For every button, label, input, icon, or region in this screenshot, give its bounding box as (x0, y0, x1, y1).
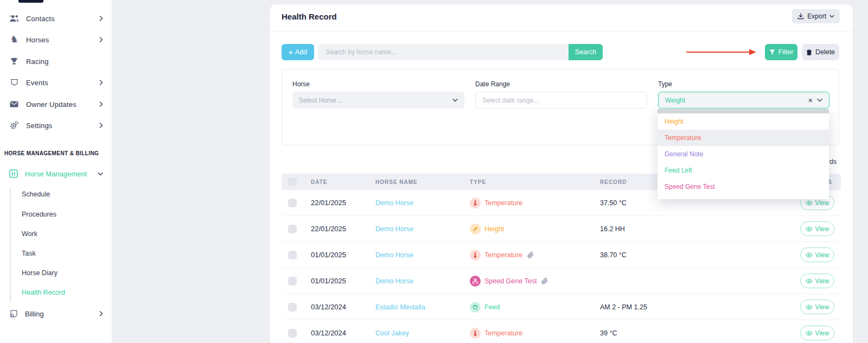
eye-icon (806, 278, 813, 284)
row-type-label: Feed (484, 303, 500, 311)
sidebar-item-label: Owner Updates (26, 100, 76, 109)
row-type: Temperature (470, 320, 522, 343)
type-option-general-note[interactable]: General Note (658, 146, 829, 162)
row-checkbox[interactable] (288, 199, 297, 207)
view-button[interactable]: View (800, 274, 834, 288)
sidebar-item-procedures[interactable]: Procedures (0, 208, 112, 220)
divider (270, 31, 853, 31)
type-select[interactable]: Weight × (658, 92, 829, 109)
sidebar-item-label: Horse Management (25, 170, 87, 178)
chevron-right-icon (99, 123, 103, 128)
select-all-checkbox[interactable] (288, 177, 297, 186)
date-range-input[interactable] (475, 92, 647, 109)
sidebar-item-horses[interactable]: ♞ Horses (0, 33, 112, 46)
sidebar-item-billing[interactable]: Billing (0, 307, 112, 320)
row-date: 22/01/2025 (311, 190, 346, 215)
horse-name-link[interactable]: Estadio Mestalla (375, 294, 425, 320)
row-record: 38.70 °C (600, 242, 627, 268)
chevron-right-icon (99, 16, 103, 21)
row-checkbox[interactable] (288, 251, 297, 259)
view-button[interactable]: View (800, 326, 834, 340)
row-date: 22/01/2025 (311, 216, 346, 242)
sidebar-item-health-record[interactable]: Health Record (0, 287, 112, 298)
chevron-down-icon (829, 15, 834, 18)
view-label: View (815, 225, 829, 233)
horse-icon: ♞ (8, 36, 21, 43)
clear-icon[interactable]: × (808, 96, 813, 105)
column-header-record: RECORD (600, 174, 627, 190)
horse-select[interactable]: Select Horse ... (292, 92, 464, 109)
sidebar-item-label: Billing (25, 310, 44, 318)
row-checkbox[interactable] (288, 225, 297, 233)
sidebar-item-work[interactable]: Work (0, 228, 112, 240)
horse-name-link[interactable]: Cool Jakey (375, 320, 409, 343)
feed-bucket-icon (470, 302, 481, 313)
eye-icon (806, 304, 813, 310)
horse-name-link[interactable]: Demo Horse (375, 216, 413, 242)
eye-icon (806, 200, 813, 206)
sidebar-item-schedule[interactable]: Schedule (0, 188, 112, 200)
horse-name-link[interactable]: Demo Horse (375, 190, 413, 215)
sidebar-section-header: HORSE MANAGEMENT & BILLING (4, 150, 99, 156)
view-button[interactable]: View (800, 247, 834, 262)
chevron-down-icon (98, 172, 103, 176)
row-type-label: Temperature (484, 251, 522, 259)
view-label: View (815, 251, 829, 259)
billing-icon (7, 310, 20, 318)
sidebar-item-racing[interactable]: Racing (0, 55, 112, 68)
funnel-icon (769, 49, 775, 55)
row-checkbox[interactable] (288, 329, 297, 338)
gear-icon (8, 121, 21, 130)
sidebar-item-events[interactable]: Events (0, 76, 112, 89)
row-checkbox[interactable] (288, 277, 297, 285)
sidebar-item-owner-updates[interactable]: Owner Updates (0, 98, 112, 111)
view-label: View (815, 303, 829, 311)
stable-icon (7, 169, 20, 178)
view-label: View (815, 199, 829, 207)
table-row: 01/01/2025 Demo Horse Temperature 38.70 … (282, 242, 841, 268)
main-panel: Health Record Export + Add Search Filter… (270, 4, 853, 343)
row-type-label: Height (484, 225, 504, 233)
sidebar-item-label: Racing (26, 58, 49, 66)
trash-icon (806, 49, 812, 56)
type-option-feed-left[interactable]: Feed Left (658, 162, 829, 179)
add-button[interactable]: + Add (282, 44, 314, 60)
dna-icon (470, 276, 481, 287)
page-title: Health Record (282, 12, 337, 21)
column-header-type: TYPE (470, 174, 486, 190)
row-type: Height (470, 216, 504, 242)
annotation-arrow (686, 48, 757, 58)
app-logo (18, 0, 43, 3)
view-button[interactable]: View (800, 300, 834, 314)
sidebar-item-horse-diary[interactable]: Horse Diary (0, 267, 112, 279)
chevron-right-icon (99, 37, 103, 42)
search-input[interactable] (318, 44, 569, 60)
horse-filter-label: Horse (292, 80, 310, 88)
row-checkbox[interactable] (288, 303, 297, 312)
row-date: 03/12/2024 (311, 320, 346, 343)
type-option-speed-gene-test[interactable]: Speed Gene Test (658, 179, 829, 195)
sidebar-item-settings[interactable]: Settings (0, 119, 112, 132)
filter-button[interactable]: Filter (765, 44, 797, 60)
row-type-label: Speed Gene Test (484, 277, 537, 285)
type-selected-value: Weight (665, 97, 685, 104)
paperclip-icon (527, 252, 534, 258)
type-option-temperature[interactable]: Temperature (658, 130, 829, 146)
sidebar-item-horse-management[interactable]: Horse Management (0, 167, 112, 180)
row-type: Feed (470, 294, 500, 320)
horse-name-link[interactable]: Demo Horse (375, 268, 413, 294)
date-range-label: Date Range (475, 80, 510, 88)
export-button[interactable]: Export (792, 9, 840, 23)
paperclip-icon (541, 278, 548, 284)
envelope-icon (8, 101, 21, 107)
sidebar-item-task[interactable]: Task (0, 247, 112, 259)
horse-name-link[interactable]: Demo Horse (375, 242, 413, 268)
type-option-height[interactable]: Height (658, 113, 829, 130)
dropdown-scrollbar[interactable] (658, 109, 829, 113)
sub-menu-indent-line (10, 187, 11, 302)
horse-select-placeholder: Select Horse ... (299, 97, 343, 104)
view-button[interactable]: View (800, 221, 834, 236)
delete-button[interactable]: Delete (802, 44, 839, 60)
search-button[interactable]: Search (569, 44, 603, 60)
sidebar-item-contacts[interactable]: Contacts (0, 12, 112, 25)
